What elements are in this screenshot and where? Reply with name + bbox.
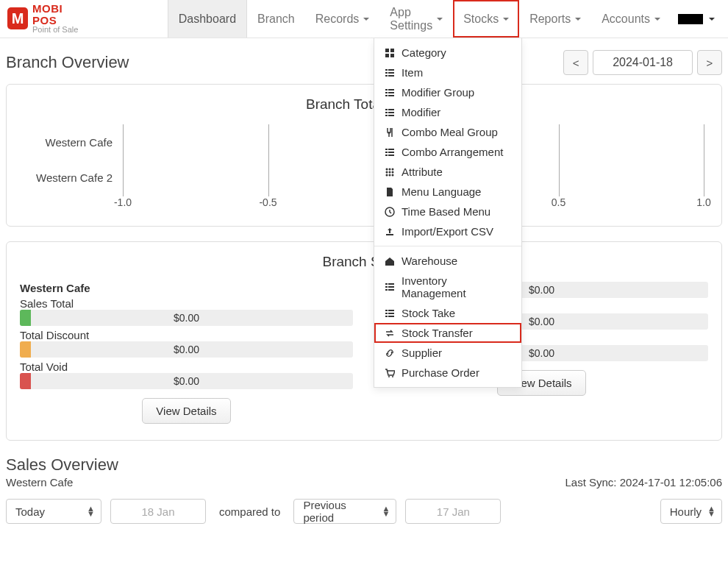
svg-point-51	[392, 376, 393, 377]
svg-rect-10	[385, 89, 388, 90]
menu-item-purchase-order[interactable]: Purchase Order	[374, 363, 521, 383]
menu-item-import-export-csv[interactable]: Import/Export CSV	[374, 221, 521, 241]
svg-point-34	[386, 174, 388, 176]
sales-overview-branch: Western Cafe	[6, 476, 73, 489]
chart-category-label: Western Cafe	[20, 136, 123, 149]
nav-item-accounts[interactable]: Accounts	[591, 0, 671, 38]
menu-item-item[interactable]: Item	[374, 63, 521, 82]
menu-item-label: Modifier Group	[402, 86, 474, 99]
view-details-button[interactable]: View Details	[142, 398, 230, 424]
svg-rect-0	[385, 49, 389, 52]
metric-value: $0.00	[174, 344, 199, 355]
metric-value: $0.00	[174, 375, 199, 387]
svg-point-30	[392, 168, 394, 170]
svg-point-28	[386, 168, 388, 170]
brand-logo: M MOBI POS Point of Sale	[0, 3, 94, 35]
menu-item-modifier[interactable]: Modifier	[374, 102, 521, 122]
chevron-down-icon	[654, 18, 660, 21]
nav-item-records[interactable]: Records	[305, 0, 380, 38]
period1-date-input[interactable]	[110, 499, 206, 524]
svg-point-35	[389, 174, 391, 176]
svg-rect-38	[385, 283, 388, 285]
period2-select[interactable]: Previous period ▲▼	[293, 499, 396, 524]
link-icon	[385, 348, 395, 358]
chevron-down-icon	[575, 18, 581, 21]
panel-title: Branch Total Sales	[20, 96, 708, 113]
nav-item-reports[interactable]: Reports	[519, 0, 591, 38]
svg-rect-49	[388, 316, 394, 317]
svg-rect-17	[388, 109, 394, 110]
menu-item-modifier-group[interactable]: Modifier Group	[374, 82, 521, 102]
svg-rect-5	[388, 69, 394, 71]
menu-item-label: Stock Transfer	[402, 327, 473, 339]
date-next-button[interactable]: >	[697, 50, 722, 75]
period1-select[interactable]: Today ▲▼	[6, 499, 101, 524]
nav-item-stocks[interactable]: Stocks	[453, 0, 519, 38]
sales-column-title: Western Cafe	[20, 282, 353, 294]
granularity-select[interactable]: Hourly ▲▼	[660, 499, 722, 524]
menu-item-category[interactable]: Category	[374, 43, 521, 63]
svg-rect-21	[388, 115, 394, 116]
menu-item-label: Import/Export CSV	[402, 225, 493, 238]
nav-item-label: Dashboard	[179, 13, 236, 26]
metric-label: Total Discount	[20, 329, 353, 341]
list-icon	[385, 88, 395, 98]
menu-item-stock-transfer[interactable]: Stock Transfer	[374, 323, 521, 343]
branch-overview-title: Branch Overview	[6, 53, 129, 72]
svg-rect-15	[388, 95, 394, 96]
chart-gridline	[268, 124, 269, 196]
select-value: Previous period	[303, 499, 376, 524]
last-sync-label: Last Sync: 2024-17-01 12:05:06	[565, 476, 723, 489]
svg-rect-3	[390, 54, 394, 57]
nav-item-label: Records	[315, 13, 360, 26]
chart-gridline	[123, 124, 124, 196]
menu-item-label: Item	[402, 66, 423, 79]
menu-item-label: Purchase Order	[402, 366, 479, 379]
menu-item-label: Stock Take	[402, 307, 455, 319]
menu-item-supplier[interactable]: Supplier	[374, 343, 521, 363]
period2-date-input[interactable]	[405, 499, 501, 524]
nav-item-label: Stocks	[463, 13, 499, 26]
menu-item-combo-meal-group[interactable]: Combo Meal Group	[374, 122, 521, 142]
date-display[interactable]: 2024-01-18	[593, 50, 693, 75]
metric-value: $0.00	[529, 284, 554, 296]
svg-rect-13	[388, 92, 394, 93]
svg-point-32	[389, 171, 391, 173]
svg-rect-43	[388, 289, 394, 291]
nav-item-dashboard[interactable]: Dashboard	[168, 0, 247, 38]
svg-rect-20	[385, 115, 388, 116]
metric-bar: $0.00	[20, 341, 353, 358]
chart-tick-label: -0.5	[259, 196, 276, 208]
compare-row: Today ▲▼ compared to Previous period ▲▼ …	[6, 499, 722, 524]
svg-rect-40	[385, 286, 388, 288]
chevron-down-icon	[503, 18, 509, 21]
metric-value: $0.00	[174, 312, 199, 324]
svg-point-33	[392, 171, 394, 173]
svg-rect-14	[385, 95, 388, 96]
compared-to-label: compared to	[219, 505, 280, 518]
menu-item-inventory-management[interactable]: Inventory Management	[374, 271, 521, 303]
menu-item-time-based-menu[interactable]: Time Based Menu	[374, 202, 521, 221]
menu-item-warehouse[interactable]: Warehouse	[374, 251, 521, 271]
metric-value: $0.00	[529, 316, 554, 327]
select-value: Hourly	[670, 505, 702, 518]
svg-rect-48	[385, 316, 388, 317]
menu-item-combo-arrangement[interactable]: Combo Arrangement	[374, 142, 521, 162]
menu-divider	[374, 246, 521, 246]
svg-rect-19	[388, 112, 394, 113]
updown-icon: ▲▼	[707, 506, 715, 516]
nav-item-branch[interactable]: Branch	[247, 0, 305, 38]
brand-icon: M	[7, 7, 28, 29]
date-prev-button[interactable]: <	[563, 50, 588, 75]
menu-item-stock-take[interactable]: Stock Take	[374, 303, 521, 323]
home-icon	[385, 256, 395, 266]
chart-gridline	[704, 124, 704, 196]
user-menu[interactable]	[671, 14, 722, 24]
nav-item-app-settings[interactable]: App Settings	[379, 0, 453, 38]
menu-item-menu-language[interactable]: Menu Language	[374, 182, 521, 202]
svg-rect-6	[385, 72, 388, 74]
menu-item-attribute[interactable]: Attribute	[374, 162, 521, 182]
svg-rect-24	[385, 152, 388, 153]
nav-item-label: Branch	[257, 13, 295, 26]
list-icon	[385, 282, 395, 292]
